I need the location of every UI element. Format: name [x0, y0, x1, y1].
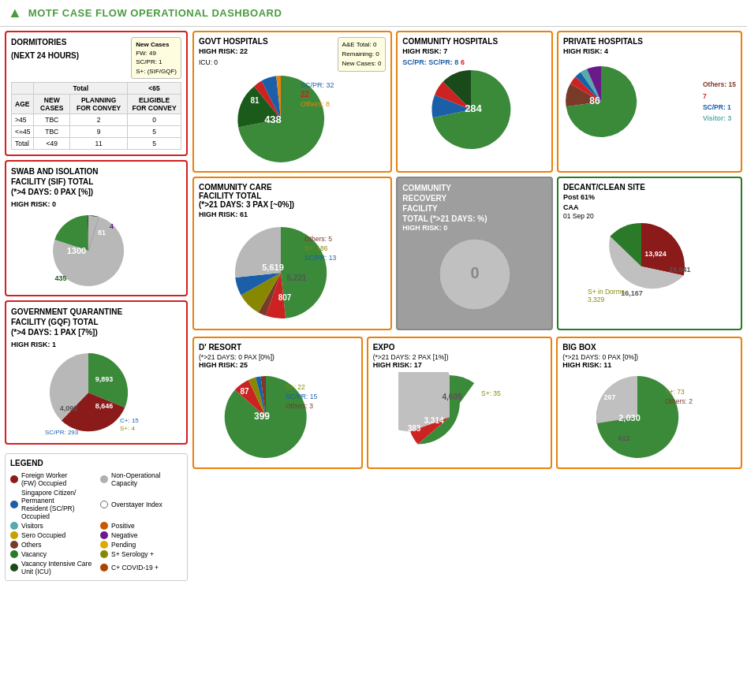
dresort-splus: S+: 22 [286, 383, 305, 391]
legend-visitors: Visitors [10, 522, 92, 530]
decant-val2: 19,041 [669, 266, 691, 274]
bigbox-subtitle: (*>21 DAYS: 0 PAX [0%]) [562, 353, 736, 361]
new-cases-fw: FW: 49 [136, 49, 177, 58]
ccf-scpr-label: SC/PR: 13 [304, 254, 336, 262]
govt-dg-val: 81 [250, 96, 260, 105]
decant-caa: CAA [563, 203, 736, 211]
comm-center-val: 284 [465, 102, 482, 114]
gqf-title: GOVERNMENT QUARANTINEFACILITY (GQF) TOTA… [11, 307, 181, 337]
expo-box: EXPO (*>21 DAYS: 2 PAX [1%]) HIGH RISK: … [367, 337, 553, 469]
dormitories-box: DORMITORIES (NEXT 24 HOURS) New Cases FW… [5, 31, 188, 156]
priv-scpr: SC/PR: 1 [703, 102, 736, 113]
legend-others: Others [10, 541, 92, 549]
decant-post: Post 61% [563, 193, 736, 201]
govt-green-val: 438 [264, 114, 282, 125]
expo-pie: 3,314 383 4,609 S+: 35 [398, 372, 521, 463]
ccf-green-val: 5,619 [262, 262, 284, 272]
expo-title: EXPO [373, 343, 547, 352]
header-title: MOTF CASE FLOW OPERATIONAL DASHBOARD [28, 7, 282, 19]
legend-non-op: Non-OperationalCapacity [100, 471, 182, 487]
dresort-scpr: SC/PR: 15 [286, 393, 317, 400]
crf-title: COMMUNITYRECOVERYFACILITYTOTAL (*>21 DAY… [402, 183, 547, 224]
bigbox-splus: S+: 73 [665, 388, 685, 396]
govt-red-val: 22 [301, 90, 310, 99]
ae-remaining: Remaining: 0 [342, 50, 382, 59]
gqf-green-val: 9,893 [95, 375, 114, 383]
legend-vacancy: Vacancy [10, 550, 92, 558]
legend-section: LEGEND Foreign Worker(FW) Occupied Non-O… [5, 453, 188, 581]
dresort-others: Others: 3 [286, 402, 313, 410]
gqf-gray-val: 4,092 [60, 404, 78, 412]
dresort-pie: 399 87 S+: 22 SC/PR: 15 Others: 3 [218, 372, 337, 463]
legend-scpr: Singapore Citizen/PermanentResident (SC/… [10, 489, 92, 520]
decant-val1: 13,924 [645, 250, 667, 258]
legend-vacancy-dot [10, 550, 18, 558]
gqf-splus: S+: 4 [120, 425, 135, 432]
legend-pending-dot [100, 541, 108, 549]
govt-high-risk: HIGH RISK: 22 [199, 47, 268, 55]
expo-red-val: 383 [408, 424, 421, 433]
comm-title: COMMUNITY HOSPITALS [402, 37, 547, 46]
crf-box: COMMUNITYRECOVERYFACILITYTOTAL (*>21 DAY… [396, 177, 553, 330]
table-row: Total<49115 [12, 137, 181, 149]
expo-green-val: 3,314 [424, 416, 444, 425]
new-cases-scpr: SC/PR: 1 [136, 58, 177, 66]
govt-hospitals-box: GOVT HOSPITALS HIGH RISK: 22 ICU: 0 A&E … [192, 31, 392, 173]
dresort-green-val: 399 [254, 411, 270, 422]
crf-pie: 0 [431, 235, 518, 314]
priv-red: 7 [703, 91, 736, 102]
table-row: >45TBC20 [12, 114, 181, 125]
new-cases-box: New Cases FW: 49 SC/PR: 1 S+: (SIF/GQF) [131, 37, 181, 79]
sif-high-risk: HIGH RISK: 0 [11, 200, 181, 208]
legend-overstayer-dot [100, 501, 108, 508]
bigbox-gray-val: 612 [618, 434, 630, 442]
ae-badge: A&E Total: 0 Remaining: 0 New Cases: 0 [338, 37, 387, 72]
priv-center-val: 86 [589, 95, 600, 106]
decant-caa-date: 01 Sep 20 [563, 212, 736, 220]
priv-pie: 86 [563, 58, 642, 145]
bigbox-box: BIG BOX (*>21 DAYS: 0 PAX [0%]) HIGH RIS… [556, 337, 742, 469]
sif-dg-label: 81 [98, 229, 106, 236]
ccf-high-risk: HIGH RISK: 61 [199, 210, 386, 218]
priv-labels: Others: 15 7 SC/PR: 1 Visitor: 3 [703, 79, 736, 125]
legend-fw-dot [10, 475, 18, 483]
legend-non-op-dot [100, 475, 108, 483]
priv-visitor: Visitor: 3 [703, 113, 736, 124]
ccf-title: COMMUNITY CAREFACILITY TOTAL(*>21 DAYS: … [199, 183, 386, 209]
govt-scpr-label: SC/PR: 32 [301, 81, 334, 89]
gqf-high-risk: HIGH RISK: 1 [11, 341, 181, 348]
legend-serology: S+ Serology + [100, 550, 182, 558]
govt-others-label: Others: 8 [301, 100, 330, 108]
sif-gray-label: 1300 [67, 246, 86, 255]
legend-title: LEGEND [10, 459, 182, 467]
legend-fw: Foreign Worker(FW) Occupied [10, 471, 92, 487]
legend-sero-dot [10, 531, 18, 539]
legend-covid-dot [100, 564, 108, 572]
legend-positive-dot [100, 522, 108, 530]
dashboard-header: ▲ MOTF CASE FLOW OPERATIONAL DASHBOARD [0, 0, 747, 27]
new-cases-sif: S+: (SIF/GQF) [136, 67, 177, 76]
dresort-red-val: 87 [240, 387, 249, 396]
legend-negative-dot [100, 531, 108, 539]
dormitories-title: DORMITORIES [11, 37, 79, 47]
header-icon: ▲ [8, 5, 22, 21]
comm-pie: 284 [428, 66, 522, 153]
sif-pie: 1300 81 4 435 [45, 211, 148, 290]
comm-high-risk: HIGH RISK: 7 [402, 47, 547, 55]
sif-title: SWAB AND ISOLATIONFACILITY (SIF) TOTAL(*… [11, 166, 181, 197]
gqf-box: GOVERNMENT QUARANTINEFACILITY (GQF) TOTA… [5, 300, 188, 445]
priv-high-risk: HIGH RISK: 4 [563, 47, 736, 55]
bigbox-green-val: 2,030 [618, 413, 641, 423]
community-hospitals-box: COMMUNITY HOSPITALS HIGH RISK: 7 SC/PR: … [396, 31, 553, 173]
dormitories-subtitle: (NEXT 24 HOURS) [11, 50, 79, 61]
bigbox-title: BIG BOX [562, 343, 736, 352]
decant-dorms-val: 3,329 [588, 296, 605, 303]
legend-positive: Positive [100, 522, 182, 530]
bigbox-pie: 2,030 267 612 S+: 73 Others: 2 [586, 372, 712, 463]
bigbox-others: Others: 2 [665, 397, 693, 405]
ae-new: New Cases: 0 [342, 59, 382, 69]
legend-pending: Pending [100, 541, 182, 549]
new-cases-label: New Cases [136, 40, 177, 49]
table-row: <=45TBC95 [12, 125, 181, 137]
legend-sero: Sero Occupied [10, 531, 92, 539]
